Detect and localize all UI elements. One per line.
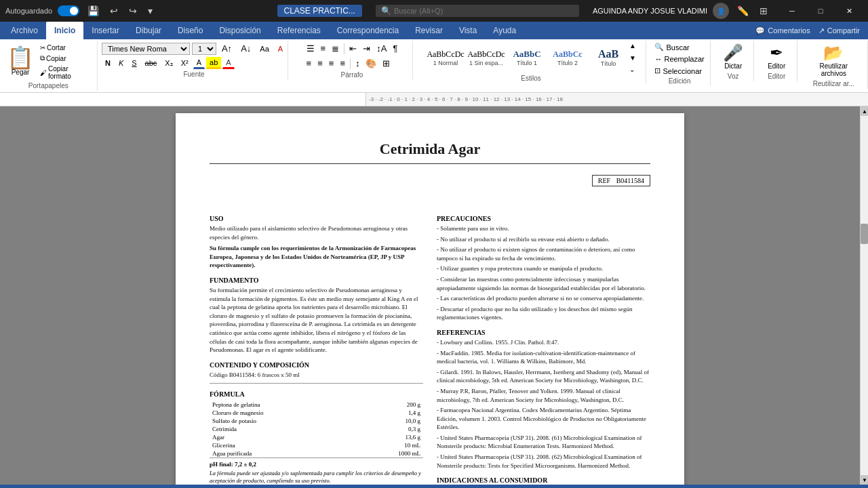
font-size-select[interactable]: 11 [192,43,216,55]
underline-button[interactable]: S [128,58,140,68]
style-titulo[interactable]: AaB Título [589,42,628,73]
tab-referencias[interactable]: Referencias [269,22,329,39]
clipboard-group: 📋 Pegar ✂ Cortar ⧉ Copiar 🖌 Copiar forma… [0,41,98,91]
doc-scroll[interactable]: Cetrimida Agar REF B0411584 USO Medio ut… [0,106,860,485]
scroll-track[interactable] [861,116,868,475]
tab-vista[interactable]: Vista [451,22,485,39]
numbering-button[interactable]: ≡ [318,42,329,55]
decrease-indent-button[interactable]: ⇤ [347,42,359,55]
comments-button[interactable]: 💬 Comentarios [755,26,810,35]
find-button[interactable]: 🔍 Buscar [652,42,691,52]
sub-button[interactable]: X₂ [161,58,176,69]
editor-button[interactable]: ✒ Editor [764,42,789,71]
uso-title: USO [210,215,423,222]
separator1 [344,43,344,54]
tab-insertar[interactable]: Insertar [83,22,127,39]
referencias-title: REFERENCIAS [437,329,650,336]
window-controls: ─ □ ✕ [778,1,863,20]
grow-font-button[interactable]: A↑ [218,42,235,55]
align-right-button[interactable]: ≡ [326,57,337,70]
save-icon[interactable]: 💾 [85,4,102,18]
redo-icon[interactable]: ↪ [126,4,140,18]
show-marks-button[interactable]: ¶ [390,42,400,55]
font-color-button[interactable]: A [193,57,205,69]
align-center-button[interactable]: ≡ [315,57,326,70]
page-divider [210,163,650,164]
share-button[interactable]: ↗ Compartir [818,26,860,35]
maximize-button[interactable]: □ [807,1,834,20]
formula-table: Peptona de gelatina200 gCloruro de magne… [210,401,423,458]
precaution-item: - Considerar las muestras como potencial… [437,275,650,292]
align-left-button[interactable]: ≡ [304,57,315,70]
user-avatar[interactable]: 👤 [713,3,729,19]
paste-button[interactable]: 📋 Pegar [4,45,37,77]
tab-correspondencia[interactable]: Correspondencia [329,22,407,39]
select-button[interactable]: ⊡ Seleccionar [652,66,703,76]
sup-button[interactable]: X² [178,58,192,68]
ref-area: REF B0411584 [210,175,650,197]
style-titulo1[interactable]: AaBbC Título 1 [507,42,547,73]
line-spacing-button[interactable]: ↕ [353,57,363,70]
close-button[interactable]: ✕ [835,1,863,20]
tab-dibujar[interactable]: Dibujar [127,22,170,39]
shrink-font-button[interactable]: A↓ [237,42,254,55]
uso-text1: Medio utilizado para el aislamiento sele… [210,224,423,241]
multilevel-button[interactable]: ≣ [329,42,342,55]
dictate-button[interactable]: 🎤 Dictar [719,42,747,71]
replace-button[interactable]: ↔ Reemplazar [652,54,706,64]
contenido-title: CONTENIDO Y COMPOSICIÓN [210,361,423,369]
scroll-up-button[interactable]: ▲ [861,106,868,116]
bullets-button[interactable]: ☰ [304,42,317,55]
ingredient-name: Sulfato de potasio [210,417,353,425]
undo-icon[interactable]: ↩ [107,4,121,18]
para-row1: ☰ ≡ ≣ ⇤ ⇥ ↕A ¶ [304,42,401,55]
minimize-button[interactable]: ─ [778,1,806,20]
style-titulo2[interactable]: AaBbCc Título 2 [548,42,587,73]
ribbon-content: 📋 Pegar ✂ Cortar ⧉ Copiar 🖌 Copiar forma… [0,39,868,93]
styles-scroll-down[interactable]: ▼ [629,54,636,62]
tab-revisar[interactable]: Revisar [407,22,451,39]
paste-format-button[interactable]: 🖌 Copiar formato [38,64,93,81]
ingredient-name: Agar [210,433,353,441]
scroll-down-button[interactable]: ▼ [861,475,868,485]
style-sinespacio[interactable]: AaBbCcDc 1 Sin espa... [467,42,506,73]
tab-diseno[interactable]: Diseño [170,22,211,39]
scroll-thumb[interactable] [861,224,868,244]
style-sinespacio-label: 1 Sin espa... [469,60,503,66]
sort-button[interactable]: ↕A [374,42,389,55]
search-bar[interactable]: 🔍 [376,5,579,17]
highlight-button[interactable]: ab [206,57,221,69]
strike-button[interactable]: abc [142,58,161,68]
cut-button[interactable]: ✂ Cortar [38,43,93,52]
clear-format-button[interactable]: Aa [256,43,272,54]
search-input[interactable] [394,7,574,15]
style-normal[interactable]: AaBbCcDc 1 Normal [426,42,465,73]
v-scrollbar[interactable]: ▲ ▼ [860,106,868,485]
style-normal-preview: AaBbCcDc [427,49,464,60]
styles-expand[interactable]: ⌄ [629,66,636,73]
change-case-button[interactable]: A [275,43,286,54]
font-name-select[interactable]: Times New Roma [102,43,190,55]
tab-archivo[interactable]: Archivo [3,22,46,39]
view-icon[interactable]: ⊞ [757,4,770,18]
formula-note: La fórmula puede ser ajustada y/o suplem… [210,470,423,485]
styles-area: AaBbCcDc 1 Normal AaBbCcDc 1 Sin espa...… [426,42,636,73]
text-color-button[interactable]: A [222,57,234,69]
shading-button[interactable]: 🎨 [363,57,379,70]
styles-scroll-up[interactable]: ▲ [629,42,636,49]
ref-box: REF B0411584 [592,175,650,186]
precaution-item: - Utilizar guantes y ropa protectora cua… [437,264,650,273]
borders-button[interactable]: ⊞ [380,57,393,70]
increase-indent-button[interactable]: ⇥ [360,42,373,55]
tab-disposicion[interactable]: Disposición [211,22,269,39]
italic-button[interactable]: K [115,58,127,68]
edit-icon[interactable]: ✏️ [734,4,751,18]
tab-ayuda[interactable]: Ayuda [485,22,524,39]
copy-button[interactable]: ⧉ Copiar [38,54,93,63]
reutilizar-button[interactable]: 📂 Reutilizar archivos [804,42,863,79]
tab-inicio[interactable]: Inicio [46,22,83,39]
bold-button[interactable]: N [102,58,114,68]
autosave-toggle[interactable] [58,5,79,16]
justify-button[interactable]: ≡ [337,57,348,70]
customize-icon[interactable]: ▾ [145,4,155,18]
